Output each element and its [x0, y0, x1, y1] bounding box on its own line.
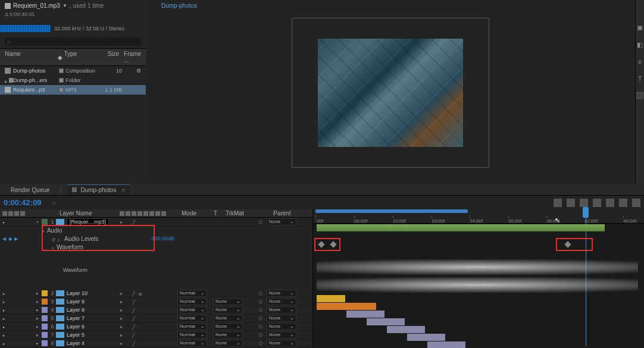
tl-tool-icon[interactable] — [632, 199, 640, 207]
tab-composition[interactable]: Dump-photos ≡ — [67, 184, 130, 195]
tl-tool-icon[interactable] — [580, 199, 588, 207]
layer-switches[interactable] — [118, 315, 177, 321]
label-color[interactable] — [42, 324, 48, 330]
visibility-toggle[interactable] — [0, 331, 7, 338]
time-ruler[interactable]: :00f06:00f12:00f18:00f24:00f30:00f36:00f… — [313, 209, 644, 224]
layer-track-bar[interactable] — [407, 334, 445, 341]
keyframe[interactable] — [330, 241, 336, 247]
expand-arrow[interactable] — [35, 308, 40, 312]
track-matte[interactable]: None — [213, 340, 255, 347]
switch[interactable] — [126, 340, 131, 346]
layer-track-bar[interactable] — [346, 311, 384, 318]
add-keyframe[interactable] — [8, 236, 13, 241]
label-color[interactable] — [42, 332, 48, 338]
shy-switch[interactable] — [119, 324, 124, 329]
waveform-group[interactable]: Waveform — [0, 243, 312, 251]
sidebar-icon[interactable]: ◧ — [637, 41, 643, 49]
layer-switches[interactable] — [118, 299, 177, 304]
work-area-bar[interactable] — [315, 209, 468, 213]
parent-select[interactable]: None — [267, 218, 312, 225]
layer-row[interactable]: 1[Requie....mp3]None — [0, 218, 312, 226]
audio-track-bar[interactable]: ⌂ ⌂ — [317, 224, 605, 231]
layer-row[interactable]: 2Layer 10NormalNone — [0, 289, 312, 297]
project-item[interactable]: Requiem...p3MP31.1 MB — [0, 85, 146, 95]
project-item[interactable]: Dump-photosComposition10⚙ — [0, 66, 146, 76]
next-keyframe[interactable] — [14, 236, 19, 241]
label-color[interactable] — [42, 219, 48, 225]
switch-icon[interactable] — [120, 211, 124, 216]
quality-switch[interactable] — [132, 307, 137, 312]
layer-name[interactable]: Layer 9 — [64, 299, 118, 305]
audio-col-icon[interactable] — [8, 211, 13, 216]
shy-switch[interactable] — [119, 219, 124, 224]
quality-switch[interactable] — [132, 315, 137, 321]
shy-switch[interactable] — [119, 332, 124, 337]
layer-switches[interactable] — [118, 290, 177, 296]
col-parent[interactable]: Parent — [271, 210, 312, 217]
layer-name[interactable]: [Requie....mp3] — [64, 218, 118, 225]
quality-switch[interactable] — [132, 219, 137, 224]
expand-arrow[interactable] — [35, 341, 40, 345]
label-color[interactable] — [42, 290, 48, 296]
layer-name[interactable]: Layer 10 — [64, 290, 118, 296]
parent-pickwhip[interactable] — [255, 290, 267, 296]
switch[interactable] — [126, 307, 131, 312]
shy-switch[interactable] — [119, 299, 124, 304]
stopwatch-icon[interactable] — [51, 236, 56, 241]
tl-tool-icon[interactable] — [593, 199, 601, 207]
preview-tab[interactable]: Dump-photos — [157, 0, 202, 11]
tl-tool-icon[interactable] — [554, 199, 562, 207]
sidebar-icon[interactable]: ≡ — [638, 58, 642, 65]
visibility-toggle[interactable] — [0, 298, 7, 305]
visibility-toggle[interactable] — [0, 323, 7, 330]
switch-icon[interactable] — [126, 211, 130, 216]
tl-tool-icon[interactable] — [567, 199, 575, 207]
quality-switch[interactable] — [132, 299, 137, 304]
expand-arrow[interactable] — [35, 325, 40, 328]
prev-keyframe[interactable] — [2, 236, 7, 241]
quality-switch[interactable] — [132, 290, 137, 296]
parent-select[interactable]: None — [267, 340, 312, 347]
label-color[interactable] — [59, 78, 64, 83]
playhead-handle[interactable] — [583, 207, 589, 218]
label-color[interactable] — [59, 87, 64, 92]
layer-name[interactable]: Layer 6 — [64, 324, 118, 330]
quality-switch[interactable] — [132, 340, 137, 346]
col-mode[interactable]: Mode — [179, 210, 214, 217]
tab-menu-icon[interactable]: ≡ — [121, 187, 125, 193]
track-matte[interactable]: None — [213, 315, 255, 322]
keyframe[interactable] — [564, 241, 571, 247]
blend-mode[interactable]: Normal — [177, 315, 213, 322]
sidebar-icon[interactable]: T — [638, 75, 642, 82]
timeline-search-input[interactable] — [52, 199, 171, 206]
expand-arrow[interactable] — [35, 220, 40, 224]
col-trkmat[interactable]: TrkMat — [226, 210, 261, 217]
switch[interactable] — [126, 315, 131, 321]
label-color[interactable] — [42, 340, 48, 346]
layer-track-bar[interactable] — [367, 318, 405, 325]
audio-levels-value[interactable]: -100.00dB — [149, 236, 174, 242]
layer-row[interactable]: 6Layer 6NormalNoneNone — [0, 322, 312, 331]
blend-mode[interactable]: Normal — [177, 298, 213, 305]
switch[interactable] — [126, 219, 131, 224]
layer-row[interactable]: 4Layer 8NormalNoneNone — [0, 306, 312, 314]
parent-pickwhip[interactable] — [255, 340, 267, 346]
composition-viewport[interactable] — [318, 39, 463, 147]
solo-col-icon[interactable] — [14, 211, 19, 216]
expand-arrow[interactable] — [35, 291, 40, 295]
visibility-toggle[interactable] — [0, 290, 7, 296]
layer-name[interactable]: Layer 5 — [64, 332, 118, 338]
layer-row[interactable]: 3Layer 9NormalNoneNone — [0, 297, 312, 306]
lock-col-icon[interactable] — [20, 211, 25, 216]
vis-col-icon[interactable] — [2, 211, 7, 216]
parent-pickwhip[interactable] — [255, 332, 267, 338]
layer-switches[interactable] — [118, 324, 177, 329]
visibility-toggle[interactable] — [0, 306, 7, 313]
audio-group[interactable]: Audio — [0, 226, 312, 234]
switch[interactable] — [126, 290, 131, 296]
layer-row[interactable]: 8Layer 4NormalNoneNone — [0, 339, 312, 347]
layer-name[interactable]: Layer 7 — [64, 315, 118, 321]
col-name[interactable]: Name — [5, 51, 56, 64]
switch-icon[interactable] — [155, 211, 160, 216]
keyframe-nav[interactable] — [0, 234, 30, 243]
